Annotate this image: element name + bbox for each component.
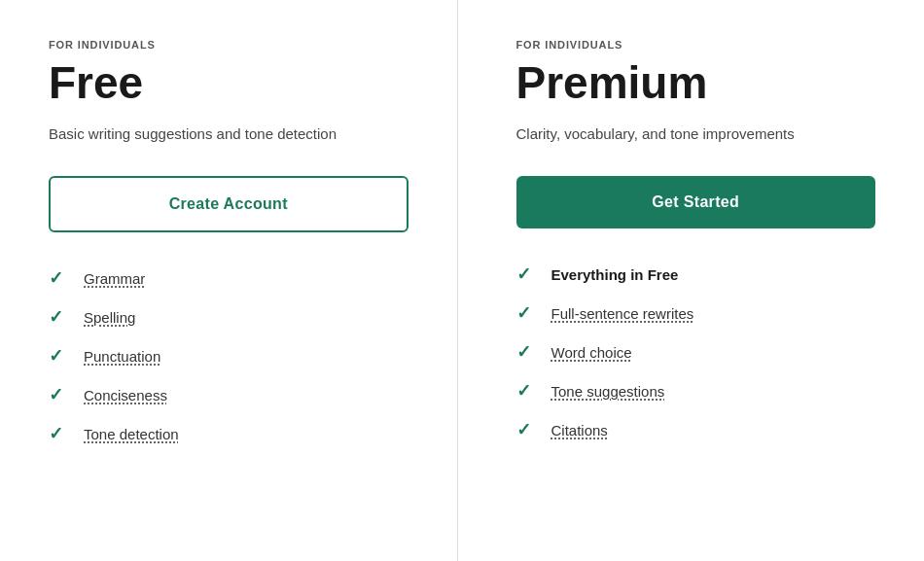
check-icon: ✓ — [516, 302, 536, 324]
list-item: ✓ Citations — [516, 419, 876, 440]
list-item: ✓ Full-sentence rewrites — [516, 302, 876, 324]
free-tier-label: FOR INDIVIDUALS — [49, 39, 409, 51]
feature-label: Spelling — [84, 309, 135, 326]
free-plan-description: Basic writing suggestions and tone detec… — [49, 123, 409, 146]
check-icon: ✓ — [49, 384, 68, 405]
list-item: ✓ Punctuation — [49, 345, 409, 367]
feature-label: Full-sentence rewrites — [551, 305, 694, 322]
premium-plan: FOR INDIVIDUALS Premium Clarity, vocabul… — [458, 0, 925, 561]
check-icon: ✓ — [516, 263, 536, 285]
feature-label: Grammar — [84, 270, 145, 287]
check-icon: ✓ — [49, 306, 68, 328]
list-item: ✓ Conciseness — [49, 384, 409, 405]
check-icon: ✓ — [49, 423, 68, 444]
feature-label: Everything in Free — [551, 266, 679, 283]
create-account-button[interactable]: Create Account — [49, 176, 409, 232]
premium-plan-description: Clarity, vocabulary, and tone improvemen… — [516, 123, 876, 146]
check-icon: ✓ — [49, 267, 68, 289]
check-icon: ✓ — [516, 341, 536, 363]
free-plan-name: Free — [49, 58, 409, 108]
premium-plan-name: Premium — [516, 58, 876, 108]
premium-tier-label: FOR INDIVIDUALS — [516, 39, 876, 51]
free-plan: FOR INDIVIDUALS Free Basic writing sugge… — [0, 0, 458, 561]
list-item: ✓ Everything in Free — [516, 263, 876, 285]
feature-label: Punctuation — [84, 348, 160, 365]
feature-label: Tone suggestions — [551, 383, 665, 400]
free-features-list: ✓ Grammar ✓ Spelling ✓ Punctuation ✓ Con… — [49, 267, 409, 444]
plans-container: FOR INDIVIDUALS Free Basic writing sugge… — [0, 0, 924, 561]
feature-label: Citations — [551, 422, 608, 438]
get-started-button[interactable]: Get Started — [516, 176, 876, 228]
check-icon: ✓ — [516, 380, 536, 402]
premium-features-list: ✓ Everything in Free ✓ Full-sentence rew… — [516, 263, 876, 440]
feature-label: Conciseness — [84, 387, 167, 403]
list-item: ✓ Grammar — [49, 267, 409, 289]
list-item: ✓ Spelling — [49, 306, 409, 328]
feature-label: Word choice — [551, 344, 632, 361]
list-item: ✓ Word choice — [516, 341, 876, 363]
list-item: ✓ Tone suggestions — [516, 380, 876, 402]
check-icon: ✓ — [516, 419, 536, 440]
check-icon: ✓ — [49, 345, 68, 367]
feature-label: Tone detection — [84, 426, 179, 442]
list-item: ✓ Tone detection — [49, 423, 409, 444]
